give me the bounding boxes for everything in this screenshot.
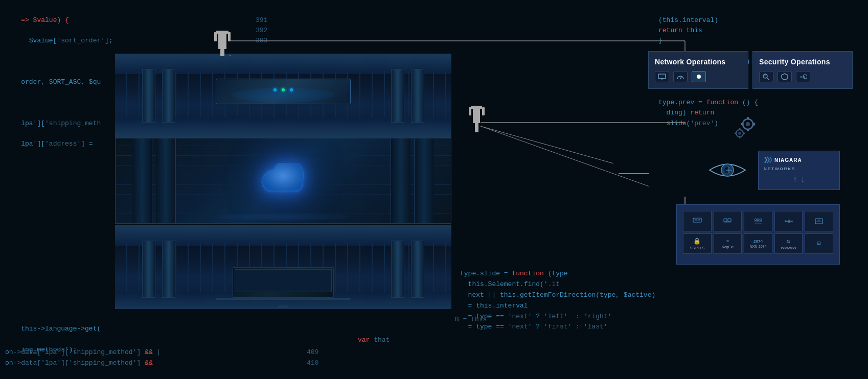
svg-rect-4 [228,32,231,41]
pin-connector-top [207,30,238,60]
security-icon-search2[interactable]: on [796,71,810,82]
svg-point-30 [746,122,750,126]
regex-icon: ≡ [726,239,729,244]
svg-point-23 [763,74,767,78]
svg-rect-42 [739,136,741,138]
svg-rect-8 [469,107,471,115]
nxn-icon: 2074 [753,239,763,244]
security-icon-search[interactable] [759,71,773,82]
niagara-logo-icon [764,156,772,163]
niagara-networks-label: NETWORKS [764,167,834,171]
device-item-extra[interactable]: ⊡ [805,233,833,254]
niagara-networks-box[interactable]: NIAGARA NETWORKS ↑ ↓ [758,151,840,190]
niagara-arrow-down: ↓ [801,175,806,184]
device-item-2[interactable] [714,211,742,231]
arrow-icon: ⇆ [787,238,790,245]
line-numbers: 409 410 [307,347,318,369]
svg-rect-1 [218,34,226,49]
svg-line-14 [481,126,613,163]
svg-rect-43 [743,133,745,134]
device-item-arrow[interactable]: ⇆ xxxx-xxxx [774,233,803,254]
network-ops-panel[interactable]: Network Operations [648,51,748,89]
code-bottom-right: type.slide = function (type this.$elemen… [455,253,813,348]
svg-rect-41 [739,128,741,130]
security-ops-icons: on [759,71,846,82]
svg-rect-32 [747,129,749,131]
svg-rect-55 [728,219,731,222]
code-var-that: var that [358,335,390,346]
svg-rect-2 [220,49,224,56]
scan-eye-icon [707,156,748,186]
svg-line-28 [807,78,807,79]
nxn-label: NXN-2074 [750,245,767,248]
code-bottom-left: on->data['lpa']['shipping_method'] && | … [0,342,307,374]
svg-rect-68 [815,219,823,224]
extra-icon: ⊡ [817,240,821,247]
server-rack-cloud [115,138,451,224]
svg-marker-67 [792,220,793,222]
security-ops-title: Security Operations [759,58,846,66]
device-item-5[interactable] [805,211,833,231]
cloud-icon [253,163,314,199]
security-icon-shield[interactable] [778,71,792,82]
device-item-4[interactable] [774,211,803,231]
device-panel[interactable]: 🔒 SSL/TLS ≡ RegEx! 2074 NXN-2074 ⇆ xxxx-… [676,204,840,265]
niagara-arrow-up: ↑ [792,175,797,184]
device-item-1[interactable] [683,211,712,231]
svg-marker-66 [785,220,786,222]
svg-rect-9 [482,107,485,115]
device-item-3[interactable] [744,211,772,231]
svg-rect-3 [214,32,217,41]
svg-rect-7 [475,123,478,132]
svg-point-59 [760,219,762,221]
security-ops-panel[interactable]: Security Operations on [752,51,853,89]
device-item-ssl[interactable]: 🔒 SSL/TLS [683,233,712,254]
svg-rect-5 [471,106,482,109]
device-grid: 🔒 SSL/TLS ≡ RegEx! 2074 NXN-2074 ⇆ xxxx-… [683,211,833,254]
network-icon-monitor[interactable] [655,71,669,82]
right-ui-container: Network Operations [648,51,853,97]
code-left: => $value) { $value['sort_order']; order… [0,0,118,379]
svg-line-21 [680,77,681,79]
device-item-nxn[interactable]: 2074 NXN-2074 [744,233,772,254]
svg-point-22 [697,75,701,79]
svg-point-47 [725,168,727,170]
network-icon-gauge[interactable] [673,71,688,82]
svg-rect-54 [724,219,727,222]
niagara-logo: NIAGARA [764,156,834,163]
svg-line-15 [481,126,649,186]
network-ops-icons [655,71,742,82]
svg-line-24 [767,78,769,80]
regex-label: RegEx! [722,245,734,249]
svg-point-58 [757,219,759,221]
svg-rect-18 [658,74,666,79]
gear-icons [733,116,768,147]
device-item-regex[interactable]: ≡ RegEx! [714,233,742,254]
svg-rect-44 [735,133,737,134]
datacenter-image [115,54,451,309]
network-ops-title: Network Operations [655,58,742,66]
arrow-label: xxxx-xxxx [781,246,796,250]
niagara-arrows: ↑ ↓ [764,175,834,184]
ssl-icon: 🔒 [693,238,701,245]
svg-rect-0 [216,31,229,34]
svg-point-57 [755,219,757,221]
network-icon-record[interactable] [692,71,706,82]
server-rack-top [115,54,451,138]
ssl-label: SSL/TLS [690,246,704,250]
code-b-this: B = this [455,315,487,325]
ops-panels-row: Network Operations [648,51,853,89]
pin-connector-right [463,105,491,140]
svg-rect-6 [473,109,480,123]
svg-point-40 [738,132,741,135]
server-rack-bottom [115,225,451,309]
svg-rect-50 [693,218,701,222]
svg-rect-31 [747,117,749,120]
